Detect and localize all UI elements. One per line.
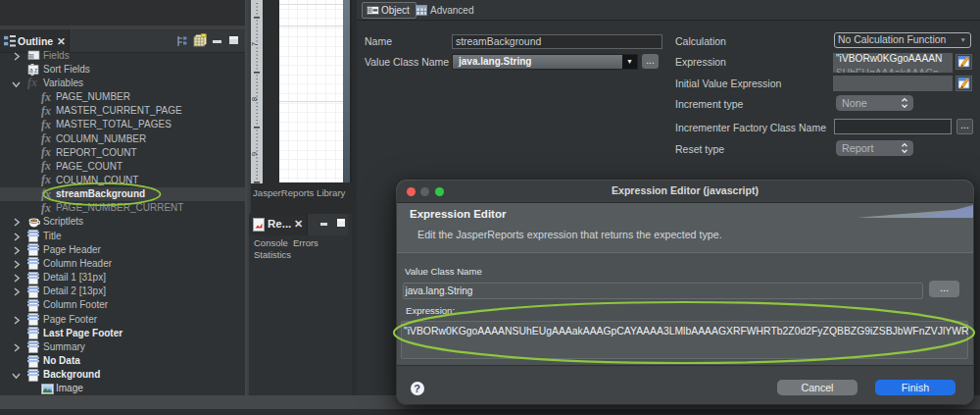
svg-text:7: 7	[251, 41, 259, 46]
svg-text:a: a	[29, 66, 33, 73]
svg-text:z: z	[34, 66, 37, 73]
svg-text:9: 9	[251, 151, 259, 156]
svg-text:8: 8	[251, 96, 259, 101]
